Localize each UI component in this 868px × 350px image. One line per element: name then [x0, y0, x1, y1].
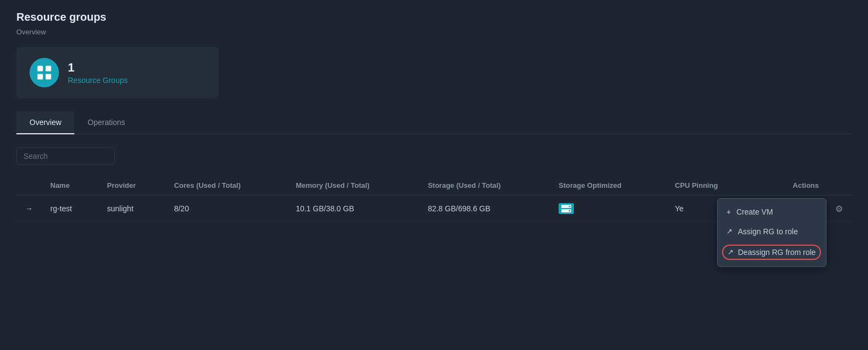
col-storage: Storage (Used / Total): [419, 176, 550, 195]
col-provider: Provider: [98, 176, 166, 195]
row-actions: ⚙ + Create VM ↗ Assign RG to role: [754, 195, 852, 222]
page-container: Resource groups Overview 1 Resource Grou…: [0, 0, 868, 233]
deassign-rg-label: Deassign RG from role: [738, 248, 816, 257]
assign-rg-label: Assign RG to role: [738, 227, 798, 236]
deassign-icon: ↗: [728, 248, 734, 256]
resource-groups-svg: [36, 64, 52, 81]
svg-rect-3: [46, 74, 51, 80]
col-arrow: [16, 176, 42, 195]
storage-icon-svg: [561, 205, 571, 212]
resource-count: 1: [68, 61, 128, 75]
svg-point-6: [569, 206, 571, 207]
breadcrumb: Overview: [16, 28, 852, 36]
col-memory: Memory (Used / Total): [287, 176, 419, 195]
row-memory: 10.1 GB/38.0 GB: [287, 195, 419, 222]
create-vm-button[interactable]: + Create VM: [718, 202, 826, 222]
svg-point-7: [569, 210, 571, 212]
col-cpu-pinning: CPU Pinning: [666, 176, 754, 195]
svg-rect-2: [38, 74, 43, 80]
actions-dropdown: ⚙ + Create VM ↗ Assign RG to role: [835, 204, 843, 214]
resource-label: Resource Groups: [68, 76, 128, 85]
col-cores: Cores (Used / Total): [165, 176, 287, 195]
gear-icon[interactable]: ⚙: [835, 204, 843, 213]
svg-rect-0: [38, 66, 43, 72]
assign-rg-button[interactable]: ↗ Assign RG to role: [718, 222, 826, 241]
col-actions: Actions: [754, 176, 852, 195]
storage-optimized-icon: [559, 203, 574, 214]
dropdown-menu: + Create VM ↗ Assign RG to role ↗: [717, 198, 826, 267]
resource-groups-icon: [30, 58, 59, 87]
resource-info: 1 Resource Groups: [68, 61, 128, 85]
tab-overview[interactable]: Overview: [16, 111, 74, 134]
create-vm-label: Create VM: [736, 207, 773, 216]
row-storage-optimized: [550, 195, 666, 222]
tab-operations[interactable]: Operations: [74, 111, 138, 134]
table-container: Name Provider Cores (Used / Total) Memor…: [16, 176, 852, 222]
table-row: → rg-test sunlight 8/20 10.1 GB/38.0 GB …: [16, 195, 852, 222]
table-header: Name Provider Cores (Used / Total) Memor…: [16, 176, 852, 195]
tabs-bar: Overview Operations: [16, 111, 852, 134]
data-table: Name Provider Cores (Used / Total) Memor…: [16, 176, 852, 222]
svg-rect-1: [46, 66, 51, 72]
col-name: Name: [42, 176, 98, 195]
deassign-rg-button[interactable]: ↗ Deassign RG from role: [718, 241, 826, 263]
resource-card: 1 Resource Groups: [16, 47, 219, 98]
plus-icon: +: [726, 207, 731, 216]
search-input[interactable]: [16, 147, 115, 165]
deassign-circled: ↗ Deassign RG from role: [722, 245, 821, 260]
row-name: rg-test: [42, 195, 98, 222]
row-cores: 8/20: [165, 195, 287, 222]
row-arrow: →: [16, 195, 42, 222]
table-body: → rg-test sunlight 8/20 10.1 GB/38.0 GB …: [16, 195, 852, 222]
col-storage-optimized: Storage Optimized: [550, 176, 666, 195]
assign-icon: ↗: [726, 227, 732, 235]
row-provider: sunlight: [98, 195, 166, 222]
page-title: Resource groups: [16, 11, 852, 23]
row-storage: 82.8 GB/698.6 GB: [419, 195, 550, 222]
search-container: [16, 147, 852, 165]
